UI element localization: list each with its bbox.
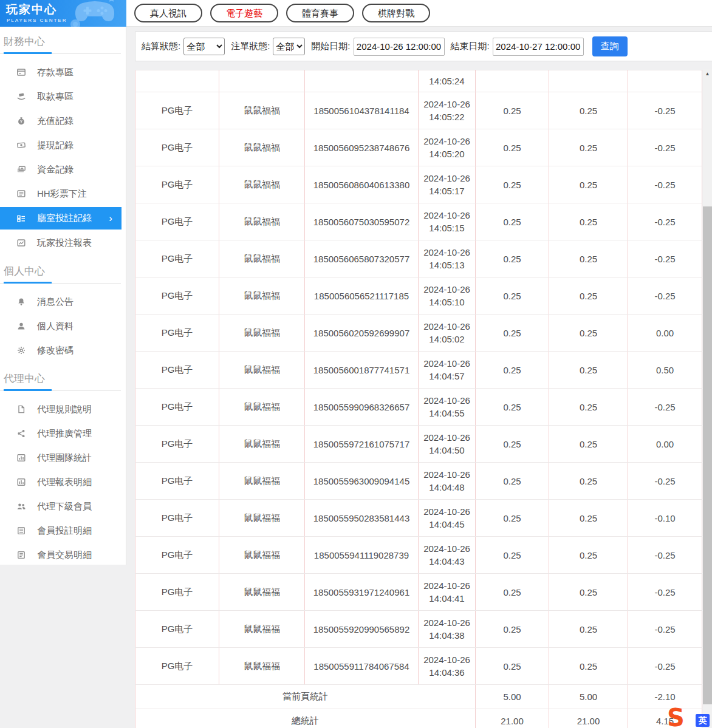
sidebar-item-player-report[interactable]: 玩家投注報表 [0,231,126,255]
bet-time: 14:04:41 [419,592,475,605]
cell-valid-bet: 0.25 [549,611,628,648]
cell-valid-bet: 0.25 [549,166,628,203]
scroll-up-icon[interactable]: ▲ [703,71,712,77]
sidebar-item-member-trans-detail[interactable]: 會員交易明細 [0,543,126,565]
table-row: PG电子鼠鼠福福18500559319712409612024-10-2614:… [135,574,702,611]
table-row: PG电子鼠鼠福福18500559909683266572024-10-2614:… [135,389,702,426]
sidebar-item-message[interactable]: 消息公告 [0,290,126,314]
table-row: PG电子鼠鼠福福18500560750305950722024-10-2614:… [135,203,702,240]
translate-widget[interactable]: S 英 [667,707,712,728]
sidebar-item-agent-report[interactable]: 代理報表明細 [0,470,126,494]
end-date-input[interactable] [493,38,584,56]
cell-valid-bet: 0.25 [549,352,628,389]
sidebar-item-agent-team[interactable]: 代理團隊統計 [0,446,126,470]
section-divider [0,53,121,54]
bet-date: 2024-10-26 [419,98,475,111]
sidebar-item-agent-members[interactable]: 代理下級會員 [0,494,126,519]
bet-date: 2024-10-26 [419,468,475,481]
cell-time: 2024-10-2614:05:13 [419,240,476,277]
cell-order-id: 1850055911784067584 [305,648,419,685]
cell-game: 鼠鼠福福 [219,315,305,352]
sidebar-item-recharge-record[interactable]: 充值記錄 [0,109,126,133]
sidebar-item-label: 代理推廣管理 [37,428,92,440]
cell-profit: -0.10 [628,500,702,537]
sidebar-item-member-bet-detail[interactable]: 會員投註明細 [0,519,126,543]
translate-logo-icon[interactable]: S [667,704,685,728]
cell-time: 2024-10-2614:05:20 [419,129,476,166]
sidebar-item-fund-record[interactable]: 資金記錄 [0,157,126,182]
message-icon [16,297,26,307]
bet-time: 14:05:13 [419,259,475,271]
cell-bet: 0.25 [476,92,549,129]
cell-profit: -0.25 [628,537,702,574]
app-subtitle: PLAYERS CENTER [7,18,126,23]
cell-profit: -0.25 [628,203,702,240]
bet-date: 2024-10-26 [419,431,475,444]
sidebar-section-title: 個人中心 [0,255,126,283]
bet-date: 2024-10-26 [419,320,475,333]
current-page-valid-total: 5.00 [549,685,628,709]
cell-game: 鼠鼠福福 [219,352,305,389]
cell-bet: 0.25 [476,537,549,574]
table-row: PG电子鼠鼠福福18500561043781411842024-10-2614:… [135,92,702,129]
sidebar-item-password[interactable]: 修改密碼 [0,338,126,362]
sidebar-item-agent-rule[interactable]: 代理規則說明 [0,397,126,421]
tab-真人視訊[interactable]: 真人視訊 [134,4,202,22]
grand-total-valid: 21.00 [549,709,628,728]
cell-bet: 0.25 [476,277,549,315]
cell-platform: PG电子 [135,166,219,203]
cell-game: 鼠鼠福福 [219,203,305,240]
sidebar-item-agent-promo[interactable]: 代理推廣管理 [0,421,126,446]
order-status-select[interactable]: 全部 [273,38,305,55]
cell-bet: 0.25 [476,648,549,685]
cell-order-id: 1850055950283581443 [305,500,419,537]
vertical-scrollbar[interactable]: ▲ [703,69,712,728]
cell-time: 2024-10-2614:04:57 [419,352,476,389]
sidebar-item-lottery-bet[interactable]: HH彩票下注 [0,182,126,206]
cell-platform [135,70,219,92]
sidebar-item-room-bet-record[interactable]: 廳室投註記錄› [0,207,122,230]
tab-電子遊藝[interactable]: 電子遊藝 [210,4,278,22]
cell-order-id: 1850056065807320577 [305,240,419,277]
sidebar-item-withdraw[interactable]: 取款專區 [0,84,126,109]
cell-order-id: 1850056075030595072 [305,203,419,240]
cell-profit: -0.25 [628,389,702,426]
table-row: PG电子鼠鼠福福18500560952387486762024-10-2614:… [135,129,702,166]
bet-time: 14:04:50 [419,444,475,457]
settle-status-select[interactable]: 全部 [183,38,225,55]
section-divider [0,283,121,284]
sidebar-item-label: 存款專區 [37,67,74,78]
filter-bar: 結算狀態: 全部 注單狀態: 全部 開始日期: 結束日期: 查詢 [135,32,712,61]
tab-體育賽事[interactable]: 體育賽事 [286,4,354,22]
cell-profit: 0.50 [628,352,702,389]
cell-platform: PG电子 [135,92,219,129]
bet-time: 14:05:02 [419,333,475,345]
cell-profit: 0.00 [628,426,702,463]
table-row: PG电子鼠鼠福福18500559630090941452024-10-2614:… [135,463,702,500]
sidebar-item-label: 充值記錄 [37,115,74,127]
section-divider [0,390,121,391]
search-button[interactable]: 查詢 [592,36,628,56]
bet-date: 2024-10-26 [419,542,475,555]
bet-time: 14:04:38 [419,629,475,642]
cell-valid-bet: 0.25 [549,500,628,537]
scrollbar-thumb[interactable] [703,206,712,704]
cell-bet: 0.25 [476,426,549,463]
table-footer: 當前頁統計 5.00 5.00 -2.10 總統計 21.00 21.00 4.… [135,685,702,728]
bet-date: 2024-10-26 [419,135,475,148]
sidebar-item-deposit[interactable]: 存款專區 [0,60,126,84]
cell-profit: -0.25 [628,92,702,129]
start-date-input[interactable] [354,38,445,56]
cell-game: 鼠鼠福福 [219,574,305,611]
sidebar-item-profile[interactable]: 個人資料 [0,314,126,338]
bet-time: 14:04:57 [419,370,475,383]
sidebar-item-label: 玩家投注報表 [37,237,92,249]
cell-order-id: 1850055931971240961 [305,574,419,611]
tab-棋牌對戰[interactable]: 棋牌對戰 [362,4,430,22]
end-date-label: 結束日期: [451,41,490,52]
cell-valid-bet: 0.25 [549,240,628,277]
sidebar-item-label: 提現記錄 [37,140,74,151]
translate-language-badge[interactable]: 英 [696,714,710,727]
sidebar-item-withdrawal-record[interactable]: 提現記錄 [0,133,126,157]
table-row: PG电子鼠鼠福福18500559502835814432024-10-2614:… [135,500,702,537]
